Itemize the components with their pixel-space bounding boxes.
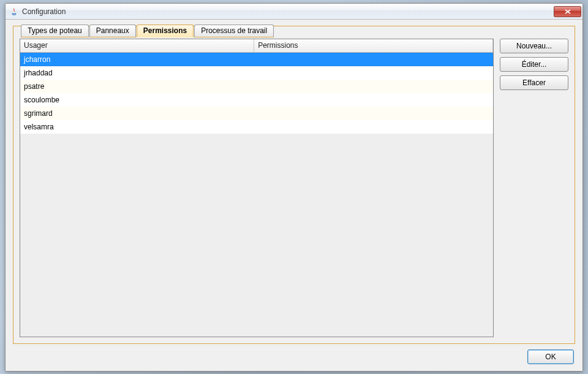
cell-user: velsamra [20, 123, 254, 131]
close-button[interactable] [554, 6, 581, 17]
tab-types-poteau[interactable]: Types de poteau [21, 25, 89, 37]
cell-user: jrhaddad [20, 69, 254, 77]
delete-button[interactable]: Effacer [500, 75, 568, 90]
window-title: Configuration [22, 7, 554, 16]
cell-user: psatre [20, 82, 254, 91]
tab-processus[interactable]: Processus de travail [194, 25, 274, 37]
java-icon [9, 7, 19, 17]
close-icon [565, 9, 571, 14]
main-panel: Types de poteau Panneaux Permissions Pro… [13, 26, 575, 344]
config-window: Configuration Types de poteau Panneaux P… [5, 3, 583, 372]
table-row[interactable]: jcharron [20, 53, 493, 66]
tab-strip: Types de poteau Panneaux Permissions Pro… [21, 25, 274, 37]
edit-button[interactable]: Éditer... [500, 57, 568, 72]
table-row[interactable]: jrhaddad [20, 66, 493, 80]
cell-user: sgrimard [20, 109, 254, 118]
side-buttons: Nouveau... Éditer... Effacer [500, 39, 568, 337]
table-row[interactable]: sgrimard [20, 107, 493, 120]
bottom-bar: OK [13, 344, 575, 366]
tab-permissions[interactable]: Permissions [137, 25, 194, 37]
client-area: Types de poteau Panneaux Permissions Pro… [6, 20, 582, 371]
cell-user: scoulombe [20, 96, 254, 104]
cell-user: jcharron [20, 55, 254, 64]
table-row[interactable]: velsamra [20, 120, 493, 134]
permissions-table[interactable]: Usager Permissions jcharron jrhaddad [20, 39, 494, 337]
titlebar[interactable]: Configuration [6, 4, 582, 20]
panel-inner: Usager Permissions jcharron jrhaddad [20, 39, 568, 337]
table-body: jcharron jrhaddad psatre scoulombe [20, 53, 493, 337]
new-button[interactable]: Nouveau... [500, 39, 568, 53]
column-header-usager[interactable]: Usager [20, 39, 254, 52]
column-header-permissions[interactable]: Permissions [254, 39, 493, 52]
tab-panneaux[interactable]: Panneaux [89, 25, 136, 37]
table-row[interactable]: psatre [20, 80, 493, 93]
table-header: Usager Permissions [20, 39, 493, 53]
ok-button[interactable]: OK [527, 349, 574, 364]
table-row[interactable]: scoulombe [20, 93, 493, 107]
